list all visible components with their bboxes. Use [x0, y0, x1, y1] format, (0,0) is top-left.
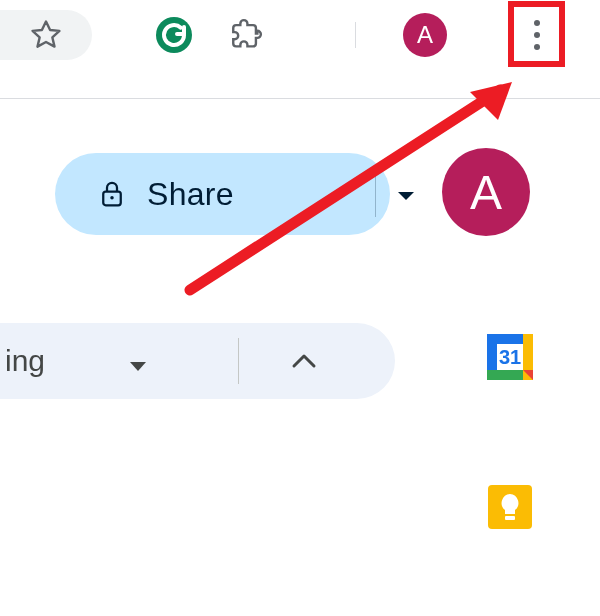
kebab-icon	[534, 17, 540, 53]
editing-mode-dropdown[interactable]: ing	[0, 323, 395, 399]
caret-down-icon[interactable]	[130, 358, 146, 376]
svg-text:31: 31	[499, 346, 521, 368]
editing-mode-label-partial: ing	[5, 344, 45, 378]
svg-rect-10	[505, 516, 515, 520]
lock-icon	[97, 179, 127, 209]
mode-pill-separator	[238, 338, 239, 384]
share-button-separator	[375, 171, 376, 217]
avatar-letter: A	[417, 21, 433, 49]
svg-point-0	[156, 17, 192, 53]
avatar-letter: A	[470, 165, 502, 220]
google-calendar-icon[interactable]: 31	[485, 332, 535, 382]
svg-point-2	[110, 196, 114, 200]
share-button[interactable]: Share	[55, 153, 390, 235]
chevron-up-icon[interactable]	[290, 349, 318, 377]
extensions-puzzle-icon[interactable]	[224, 13, 268, 57]
google-account-avatar[interactable]: A	[442, 148, 530, 236]
chrome-profile-avatar[interactable]: A	[403, 13, 447, 57]
grammarly-extension-icon[interactable]	[152, 13, 196, 57]
omnibox-tail	[0, 10, 92, 60]
browser-toolbar: A	[0, 0, 600, 70]
caret-down-icon[interactable]	[397, 189, 415, 207]
chrome-menu-button[interactable]	[515, 13, 559, 57]
toolbar-separator	[355, 22, 356, 48]
google-keep-icon[interactable]	[485, 482, 535, 532]
bookmark-star-icon[interactable]	[29, 18, 63, 52]
share-button-label: Share	[147, 176, 234, 213]
